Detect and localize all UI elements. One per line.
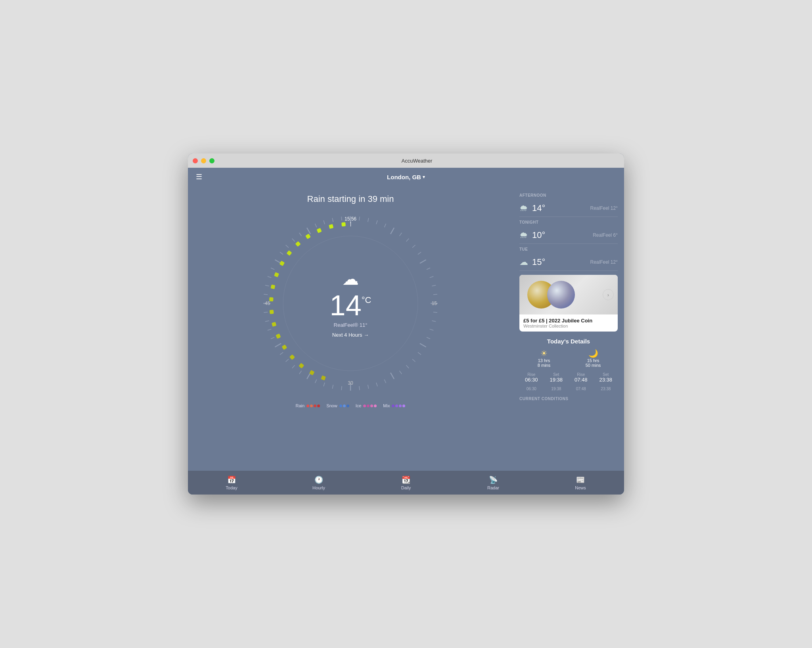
forecast-icon-tonight: 🌧 xyxy=(519,230,528,240)
legend-mix: Mix xyxy=(383,403,405,408)
top-bar: ☰ London, GB ▾ xyxy=(188,168,624,186)
svg-line-38 xyxy=(286,359,289,362)
svg-line-27 xyxy=(376,383,377,387)
maximize-button[interactable] xyxy=(209,158,214,163)
tick-15-label: 15 xyxy=(432,301,437,306)
forecast-icon-afternoon: 🌧 xyxy=(519,203,528,213)
svg-rect-66 xyxy=(272,322,276,327)
forecast-temp-tonight: 10° xyxy=(532,230,593,240)
rise-set-grid: Rise 06:30 Set 19:38 Rise 07:48 Set xyxy=(519,371,618,384)
cloud-icon: ☁ xyxy=(342,269,359,289)
svg-line-47 xyxy=(265,285,269,286)
close-button[interactable] xyxy=(193,158,198,163)
location-selector[interactable]: London, GB ▾ xyxy=(387,174,425,180)
chevron-down-icon: ▾ xyxy=(423,174,425,180)
moon-hours: 15 hrs 50 mins xyxy=(586,358,601,368)
svg-rect-60 xyxy=(321,376,326,381)
moon-set-value: 23:38 xyxy=(595,377,617,383)
svg-line-59 xyxy=(341,217,342,220)
nav-daily[interactable]: 📆 Daily xyxy=(362,475,450,490)
ad-title: £5 for £5 | 2022 Jubilee Coin xyxy=(523,318,614,324)
radar-center: ☁ 14°C RealFeel® 11° Next 4 Hours → xyxy=(330,269,372,338)
svg-line-36 xyxy=(299,371,302,374)
sun-set-label: Set 19:38 xyxy=(544,371,569,384)
svg-line-17 xyxy=(432,321,436,322)
svg-line-3 xyxy=(376,220,377,224)
svg-line-32 xyxy=(332,385,333,389)
sun-rise-label: Rise 06:30 xyxy=(519,371,544,384)
moon-set-time: 23:38 xyxy=(594,385,618,393)
svg-line-31 xyxy=(341,386,342,390)
today-icon: 📅 xyxy=(227,475,236,484)
moon-rise-time: 07:48 xyxy=(569,385,593,393)
next-hours-link[interactable]: Next 4 Hours → xyxy=(332,332,369,338)
svg-line-33 xyxy=(324,383,325,387)
forecast-realfeel-tonight: RealFeel 6° xyxy=(593,232,618,238)
svg-line-6 xyxy=(399,233,402,236)
svg-rect-63 xyxy=(289,354,295,360)
ad-text: £5 for £5 | 2022 Jubilee Coin Westminste… xyxy=(519,314,618,332)
svg-line-4 xyxy=(384,224,386,227)
svg-rect-61 xyxy=(309,370,315,376)
svg-line-12 xyxy=(430,276,434,278)
moon-set-label: Set 23:38 xyxy=(594,371,618,384)
svg-line-22 xyxy=(412,359,415,362)
legend-snow: Snow xyxy=(326,403,349,408)
forecast-icon-tue: ☁ xyxy=(519,257,528,267)
svg-line-2 xyxy=(368,218,369,222)
forecast-row-tue: ☁ 15° RealFeel 12° xyxy=(519,254,618,271)
minimize-button[interactable] xyxy=(201,158,206,163)
svg-line-39 xyxy=(280,352,283,355)
sun-hours: 13 hrs 8 mins xyxy=(538,358,550,368)
snow-dots xyxy=(339,405,349,407)
legend-rain: Rain xyxy=(296,403,320,408)
svg-line-20 xyxy=(420,343,426,347)
svg-line-7 xyxy=(406,239,409,242)
traffic-lights xyxy=(193,158,214,163)
nav-today[interactable]: 📅 Today xyxy=(188,475,275,490)
nav-today-label: Today xyxy=(226,485,237,490)
svg-line-44 xyxy=(264,312,268,312)
app-body: ☰ London, GB ▾ Rain starting in 39 min 1… xyxy=(188,168,624,495)
svg-line-9 xyxy=(418,252,421,255)
nav-hourly[interactable]: 🕐 Hourly xyxy=(275,475,362,490)
sun-col: ☀ 13 hrs 8 mins xyxy=(519,349,569,368)
svg-rect-65 xyxy=(276,334,281,339)
svg-line-5 xyxy=(391,228,394,234)
svg-line-54 xyxy=(299,233,302,236)
svg-rect-75 xyxy=(317,228,322,233)
forecast-row-afternoon: 🌧 14° RealFeel 12° xyxy=(519,200,618,217)
details-title: Today's Details xyxy=(519,338,618,345)
svg-line-19 xyxy=(427,337,430,339)
svg-line-23 xyxy=(406,365,409,368)
nav-radar[interactable]: 📡 Radar xyxy=(450,475,537,490)
titlebar: AccuWeather xyxy=(188,153,624,168)
svg-rect-72 xyxy=(286,250,292,256)
ad-arrow-icon[interactable]: › xyxy=(603,289,614,300)
svg-line-1 xyxy=(359,217,360,220)
hourly-icon: 🕐 xyxy=(314,475,323,484)
svg-line-18 xyxy=(430,329,434,330)
advertisement[interactable]: › £5 for £5 | 2022 Jubilee Coin Westmins… xyxy=(519,275,618,332)
radar-icon: 📡 xyxy=(489,475,498,484)
tick-45-label: 45 xyxy=(265,301,270,306)
svg-line-11 xyxy=(427,268,430,270)
svg-line-21 xyxy=(418,352,421,355)
forecast-temp-afternoon: 14° xyxy=(532,203,590,213)
svg-line-55 xyxy=(307,228,310,234)
svg-line-40 xyxy=(275,343,281,347)
left-panel: Rain starting in 39 min 15:56 45 15 30 xyxy=(188,186,513,471)
menu-button[interactable]: ☰ xyxy=(196,173,202,181)
sun-rise-value: 06:30 xyxy=(520,377,543,383)
svg-line-46 xyxy=(264,294,268,295)
nav-news[interactable]: 📰 News xyxy=(537,475,624,490)
sun-set-value: 19:38 xyxy=(545,377,568,383)
svg-line-16 xyxy=(433,312,437,312)
svg-rect-76 xyxy=(329,224,333,229)
moon-rise-label: Rise 07:48 xyxy=(569,371,593,384)
svg-line-14 xyxy=(433,294,437,295)
svg-rect-73 xyxy=(295,241,301,247)
forecast-label-tonight: TONIGHT xyxy=(519,220,618,224)
bottom-nav: 📅 Today 🕐 Hourly 📆 Daily 📡 Radar 📰 News xyxy=(188,471,624,495)
ad-subtitle: Westminster Collection xyxy=(523,324,614,328)
